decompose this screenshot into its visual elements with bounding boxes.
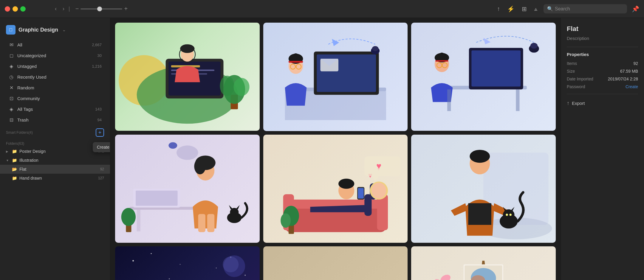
illustration-painting — [411, 246, 556, 280]
folder-flat[interactable]: 📂 Flat 92 — [0, 165, 110, 174]
folder-icon: 📁 — [12, 158, 17, 163]
add-smart-folder-button[interactable]: + — [96, 128, 104, 137]
sidebar-nav-recently-used[interactable]: ◷ Recently Used — [2, 72, 108, 82]
folder-illustration[interactable]: ▼ 📁 Illustration — [0, 156, 110, 165]
zoom-out-button[interactable]: − — [75, 5, 79, 12]
sidebar-item-label: Recently Used — [17, 74, 102, 80]
folder-hand-drawn[interactable]: 📁 Hand drawn 127 — [0, 174, 110, 183]
sidebar-title: Graphic Design — [18, 27, 58, 33]
tooltip-label: Create Smart Folder — [97, 145, 110, 150]
svg-point-96 — [244, 275, 246, 276]
zoom-in-button[interactable]: + — [124, 5, 128, 12]
sidebar-item-count: 30 — [97, 53, 102, 58]
size-value: 67.59 MB — [620, 69, 638, 74]
image-cell-4[interactable] — [115, 135, 260, 243]
svg-rect-32 — [472, 50, 521, 86]
items-label: Items — [567, 61, 577, 66]
create-password-link[interactable]: Create — [626, 84, 638, 89]
tags-icon: ◈ — [8, 106, 14, 112]
svg-point-59 — [177, 145, 198, 160]
image-cell-2[interactable] — [263, 23, 408, 131]
sidebar-chevron-icon[interactable]: ⌄ — [62, 27, 66, 32]
maximize-button[interactable] — [20, 6, 26, 12]
trash-icon: ⊟ — [8, 117, 14, 123]
filter-icon[interactable]: ⟁ — [533, 4, 539, 13]
close-button[interactable] — [5, 6, 10, 12]
sidebar-nav-random[interactable]: ✕ Random — [2, 83, 108, 93]
items-value: 92 — [633, 61, 638, 66]
sidebar-nav-all-tags[interactable]: ◈ All Tags 143 — [2, 104, 108, 114]
sidebar-nav-trash[interactable]: ⊟ Trash 94 — [2, 115, 108, 125]
sidebar-nav-uncategorized[interactable]: ◻ Uncategorized 30 — [2, 50, 108, 61]
upload-icon[interactable]: ↑ — [496, 4, 501, 13]
password-label: Password — [567, 84, 585, 89]
right-panel: Flat Description Properties Items 92 Siz… — [561, 18, 644, 280]
pin-button[interactable]: 📌 — [632, 5, 639, 13]
search-box[interactable]: 🔍 — [544, 4, 627, 13]
nav-back-button[interactable]: ‹ — [53, 4, 58, 13]
svg-point-98 — [169, 278, 170, 279]
svg-rect-43 — [516, 89, 520, 111]
illustration-fishing — [263, 246, 408, 280]
zoom-slider-area: − + — [75, 5, 128, 12]
image-cell-1[interactable] — [115, 23, 260, 131]
svg-point-35 — [439, 53, 445, 58]
image-cell-3[interactable] — [411, 23, 556, 131]
date-value: 2019/07/24 2:28 — [608, 77, 638, 81]
lightning-icon[interactable]: ⚡ — [506, 4, 516, 14]
export-button[interactable]: ↑ Export — [567, 100, 585, 106]
sidebar: □ Graphic Design ⌄ ✉ All 2,667 ◻ Uncateg… — [0, 18, 110, 280]
sidebar-header: □ Graphic Design ⌄ — [0, 23, 110, 39]
svg-point-60 — [168, 142, 177, 149]
date-label: Date Imported — [567, 77, 593, 81]
svg-rect-70 — [358, 188, 363, 198]
svg-point-100 — [223, 256, 239, 272]
svg-point-87 — [503, 209, 515, 220]
svg-text:♥: ♥ — [376, 161, 381, 171]
sidebar-item-count: 1,216 — [92, 64, 102, 69]
image-cell-7[interactable] — [115, 246, 260, 280]
property-date: Date Imported 2019/07/24 2:28 — [567, 77, 638, 81]
uncategorized-icon: ◻ — [8, 53, 14, 58]
community-icon: ⊡ — [8, 96, 14, 101]
svg-point-56 — [230, 208, 239, 216]
export-label: Export — [572, 101, 585, 106]
minimize-button[interactable] — [13, 6, 18, 12]
svg-point-74 — [371, 183, 386, 198]
sidebar-item-count: 2,667 — [92, 43, 102, 47]
folder-count: 92 — [100, 167, 104, 171]
main-layout: □ Graphic Design ⌄ ✉ All 2,667 ◻ Uncateg… — [0, 18, 644, 280]
svg-point-50 — [194, 158, 206, 174]
recently-used-icon: ◷ — [8, 74, 14, 80]
titlebar-center: ‹ › | − + — [53, 4, 128, 13]
search-icon: 🔍 — [547, 6, 553, 12]
smart-folders-label: Smart Folders(4) — [6, 130, 33, 135]
sidebar-nav-all[interactable]: ✉ All 2,667 — [2, 40, 108, 50]
image-cell-8[interactable] — [263, 246, 408, 280]
svg-rect-75 — [364, 156, 400, 176]
nav-forward-button[interactable]: › — [61, 4, 66, 13]
svg-marker-57 — [229, 205, 233, 209]
sidebar-item-count: 94 — [97, 118, 102, 122]
svg-point-94 — [180, 264, 180, 265]
property-items: Items 92 — [567, 61, 638, 66]
sidebar-nav-community[interactable]: ⊡ Community — [2, 93, 108, 104]
search-input[interactable] — [555, 6, 623, 12]
folder-expand-icon: ▼ — [6, 159, 10, 162]
svg-rect-42 — [447, 89, 451, 111]
titlebar-right: ↑ ⚡ ⊞ ⟁ 🔍 📌 — [496, 4, 639, 14]
zoom-slider-track[interactable] — [80, 8, 122, 10]
grid-view-icon[interactable]: ⊞ — [521, 4, 528, 14]
nav-divider: | — [69, 6, 70, 12]
zoom-slider-thumb[interactable] — [97, 7, 102, 11]
sidebar-nav-untagged[interactable]: ◈ Untagged 1,216 — [2, 61, 108, 71]
size-label: Size — [567, 69, 575, 74]
image-cell-5[interactable]: ♥ ♥ ♥ — [263, 135, 408, 243]
image-cell-9[interactable] — [411, 246, 556, 280]
sidebar-item-label: Untagged — [17, 64, 89, 69]
properties-label: Properties — [567, 52, 638, 57]
svg-point-13 — [233, 78, 249, 96]
image-cell-6[interactable] — [411, 135, 556, 243]
sidebar-item-label: All Tags — [17, 107, 92, 112]
sidebar-item-label: Trash — [17, 117, 95, 122]
